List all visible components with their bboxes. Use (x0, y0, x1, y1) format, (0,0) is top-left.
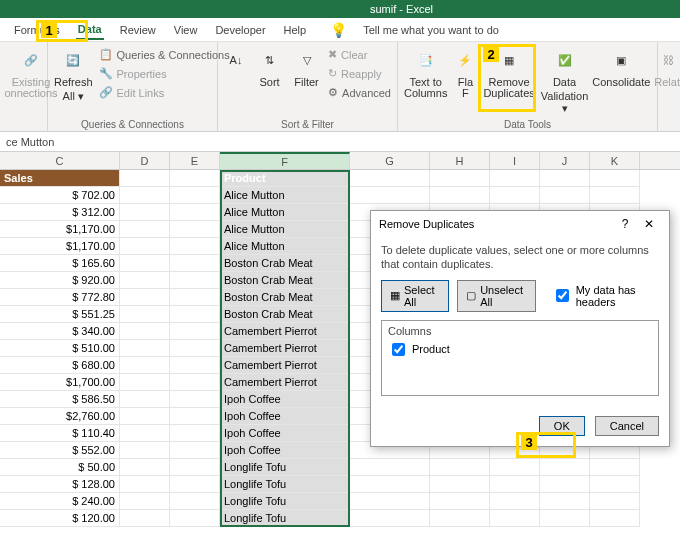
sales-cell[interactable]: $ 680.00 (0, 357, 120, 374)
sales-cell[interactable]: $ 510.00 (0, 340, 120, 357)
sales-cell[interactable]: $ 586.50 (0, 391, 120, 408)
grid-cell[interactable] (430, 493, 490, 510)
grid-cell[interactable] (170, 476, 220, 493)
grid-cell[interactable] (490, 476, 540, 493)
product-cell[interactable]: Boston Crab Meat (220, 306, 350, 323)
product-cell[interactable]: Boston Crab Meat (220, 289, 350, 306)
sales-cell[interactable]: $ 50.00 (0, 459, 120, 476)
grid-cell[interactable] (120, 289, 170, 306)
product-cell[interactable]: Longlife Tofu (220, 493, 350, 510)
product-cell[interactable]: Alice Mutton (220, 238, 350, 255)
grid-cell[interactable] (170, 442, 220, 459)
col-header-J[interactable]: J (540, 152, 590, 169)
col-header-K[interactable]: K (590, 152, 640, 169)
sort-az-button[interactable]: A↓ (224, 46, 248, 117)
grid-cell[interactable] (490, 170, 540, 187)
sales-cell[interactable]: $ 312.00 (0, 204, 120, 221)
grid-cell[interactable] (170, 306, 220, 323)
sales-cell[interactable]: $ 128.00 (0, 476, 120, 493)
my-data-has-headers-checkbox[interactable]: My data has headers (552, 284, 659, 308)
grid-cell[interactable] (590, 476, 640, 493)
grid-cell[interactable] (120, 374, 170, 391)
col-header-C[interactable]: C (0, 152, 120, 169)
grid-cell[interactable] (120, 272, 170, 289)
grid-cell[interactable] (170, 255, 220, 272)
grid-cell[interactable] (120, 238, 170, 255)
col-header-D[interactable]: D (120, 152, 170, 169)
edit-links-button[interactable]: 🔗Edit Links (99, 84, 230, 101)
sales-cell[interactable]: $2,760.00 (0, 408, 120, 425)
product-cell[interactable]: Ipoh Coffee (220, 408, 350, 425)
cancel-button[interactable]: Cancel (595, 416, 659, 436)
grid-cell[interactable] (350, 510, 430, 527)
remove-duplicates-button[interactable]: ▦RemoveDuplicates (483, 46, 534, 117)
refresh-all-button[interactable]: 🔄 Refresh All ▾ (54, 46, 93, 117)
data-validation-button[interactable]: ✅DataValidation ▾ (541, 46, 589, 117)
text-to-columns-button[interactable]: 📑Text toColumns (404, 46, 447, 117)
formula-bar[interactable]: ce Mutton (0, 132, 680, 152)
grid-cell[interactable] (540, 459, 590, 476)
tab-developer[interactable]: Developer (213, 21, 267, 39)
grid-cell[interactable] (170, 408, 220, 425)
col-header-H[interactable]: H (430, 152, 490, 169)
sales-cell[interactable]: $ 552.00 (0, 442, 120, 459)
relationships-button[interactable]: ⛓Relati (654, 46, 680, 117)
grid-cell[interactable] (170, 323, 220, 340)
grid-cell[interactable] (540, 510, 590, 527)
grid-cell[interactable] (170, 357, 220, 374)
sales-cell[interactable]: $ 120.00 (0, 510, 120, 527)
product-cell[interactable]: Boston Crab Meat (220, 272, 350, 289)
grid-cell[interactable] (120, 255, 170, 272)
consolidate-button[interactable]: ▣Consolidate (594, 46, 648, 117)
sales-cell[interactable]: $ 240.00 (0, 493, 120, 510)
column-product-checkbox[interactable]: Product (388, 340, 652, 359)
grid-cell[interactable] (120, 510, 170, 527)
sales-cell[interactable]: $ 772.80 (0, 289, 120, 306)
col-header-G[interactable]: G (350, 152, 430, 169)
grid-cell[interactable] (540, 187, 590, 204)
headers-check-input[interactable] (556, 289, 569, 302)
grid-cell[interactable] (120, 476, 170, 493)
product-cell[interactable]: Longlife Tofu (220, 476, 350, 493)
col-header-E[interactable]: E (170, 152, 220, 169)
product-cell[interactable]: Camembert Pierrot (220, 323, 350, 340)
tab-data[interactable]: Data (76, 20, 104, 40)
sales-cell[interactable]: $1,170.00 (0, 238, 120, 255)
product-header[interactable]: Product (220, 170, 350, 187)
sales-cell[interactable]: $ 551.25 (0, 306, 120, 323)
tab-view[interactable]: View (172, 21, 200, 39)
grid-cell[interactable] (120, 459, 170, 476)
sales-cell[interactable]: $ 920.00 (0, 272, 120, 289)
grid-cell[interactable] (170, 238, 220, 255)
grid-cell[interactable] (490, 459, 540, 476)
tab-review[interactable]: Review (118, 21, 158, 39)
grid-cell[interactable] (430, 459, 490, 476)
grid-cell[interactable] (120, 442, 170, 459)
grid-cell[interactable] (120, 425, 170, 442)
grid-cell[interactable] (120, 187, 170, 204)
sales-cell[interactable]: $ 110.40 (0, 425, 120, 442)
unselect-all-button[interactable]: ▢Unselect All (457, 280, 536, 312)
close-icon[interactable]: ✕ (637, 217, 661, 231)
reapply-button[interactable]: ↻Reapply (328, 65, 391, 82)
grid-cell[interactable] (590, 510, 640, 527)
grid-cell[interactable] (590, 493, 640, 510)
grid-cell[interactable] (490, 187, 540, 204)
grid-cell[interactable] (590, 459, 640, 476)
grid-cell[interactable] (120, 391, 170, 408)
grid-cell[interactable] (120, 493, 170, 510)
tab-formulas[interactable]: Formulas (12, 21, 62, 39)
grid-cell[interactable] (490, 493, 540, 510)
grid-cell[interactable] (350, 493, 430, 510)
col-header-I[interactable]: I (490, 152, 540, 169)
product-cell[interactable]: Longlife Tofu (220, 459, 350, 476)
product-cell[interactable]: Alice Mutton (220, 204, 350, 221)
grid-cell[interactable] (120, 340, 170, 357)
product-cell[interactable]: Longlife Tofu (220, 510, 350, 527)
clear-button[interactable]: ✖Clear (328, 46, 391, 63)
product-cell[interactable]: Ipoh Coffee (220, 425, 350, 442)
grid-cell[interactable] (120, 357, 170, 374)
grid-cell[interactable] (120, 323, 170, 340)
sales-cell[interactable]: $1,170.00 (0, 221, 120, 238)
grid-cell[interactable] (170, 425, 220, 442)
